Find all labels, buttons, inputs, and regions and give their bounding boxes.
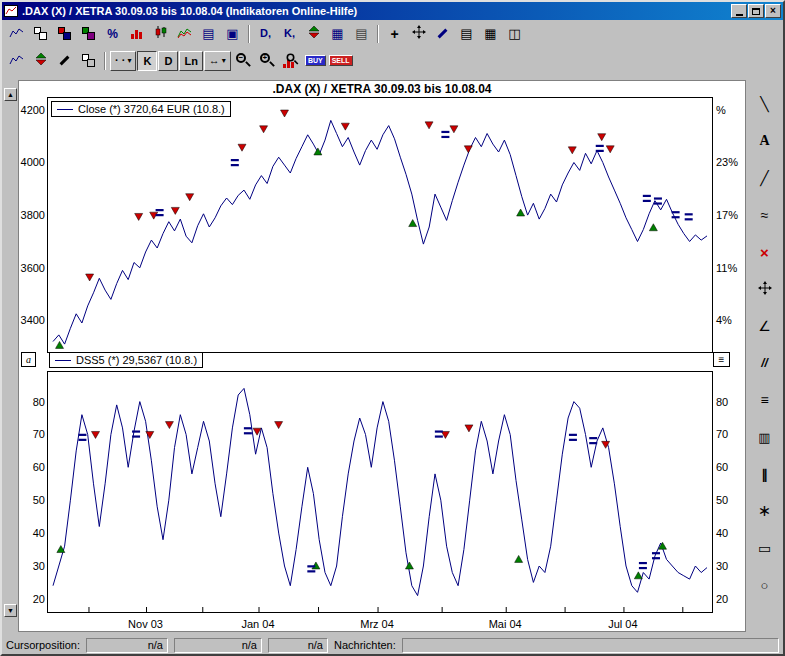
- signal-chart-icon[interactable]: [302, 23, 325, 45]
- y-axis-label: 60: [716, 461, 746, 473]
- candle-period-d-button[interactable]: D: [158, 51, 178, 71]
- y-axis-label: 70: [716, 428, 746, 440]
- line-style-dropdown[interactable]: · ·▾: [110, 51, 136, 71]
- sell-marker: [171, 207, 179, 214]
- candle-period-k-button[interactable]: K: [137, 51, 157, 71]
- zoom-range-button[interactable]: [280, 50, 303, 72]
- cursor-x-field: n/a: [86, 638, 168, 653]
- bar-chart-icon[interactable]: [125, 23, 148, 45]
- indicator-pane[interactable]: [47, 371, 713, 613]
- sell-marker: [281, 110, 289, 117]
- move-icon[interactable]: [407, 23, 430, 45]
- new-chart-icon[interactable]: [5, 23, 28, 45]
- buy-marker: [649, 224, 657, 231]
- scroll-down-button[interactable]: ▼: [4, 604, 17, 617]
- neutral-marker: [589, 437, 597, 439]
- indicator-a-button[interactable]: a: [21, 352, 36, 367]
- page-icon[interactable]: [77, 50, 100, 72]
- angle-tool[interactable]: ∠: [752, 314, 778, 338]
- style-palette-icon[interactable]: [77, 23, 100, 45]
- trendline-tool[interactable]: ╲: [752, 92, 778, 116]
- drawing-toolbar: ╲A╱≈×∠//≡▥∥∗▭○: [746, 80, 783, 636]
- fan-tool[interactable]: //: [752, 351, 778, 375]
- chart-title: .DAX (X) / XETRA 30.09.03 bis 10.08.04: [19, 82, 745, 96]
- move-tool[interactable]: [752, 277, 778, 301]
- text-tool[interactable]: A: [752, 129, 778, 153]
- quote-table-icon[interactable]: ▤: [350, 23, 373, 45]
- period-daily-icon[interactable]: D,: [254, 23, 277, 45]
- ellipse-tool[interactable]: ○: [752, 573, 778, 597]
- neutral-marker: [654, 202, 662, 204]
- neutral-marker: [132, 430, 140, 432]
- neutral-marker: [596, 145, 604, 147]
- left-scroll-strip: ▲ ▼: [2, 80, 18, 636]
- percent-icon-glyph: %: [107, 28, 118, 40]
- angle-tool-glyph: ∠: [758, 319, 771, 333]
- neutral-marker: [441, 131, 449, 133]
- title-bar[interactable]: .DAX (X) / XETRA 30.09.03 bis 10.08.04 (…: [2, 2, 783, 20]
- signal-chart-icon-glyph: [308, 25, 320, 42]
- line-chart-icon[interactable]: [173, 23, 196, 45]
- indicator-grid-icon[interactable]: ▦: [326, 23, 349, 45]
- parallel-tool[interactable]: ∥: [752, 462, 778, 486]
- y-axis-label: 60: [19, 461, 45, 473]
- close-button[interactable]: ×: [765, 4, 781, 18]
- buy-marker: [405, 562, 413, 569]
- wave-tool[interactable]: ≈: [752, 203, 778, 227]
- color-palette-icon-glyph: [58, 27, 71, 40]
- neutral-marker: [685, 218, 693, 220]
- ln-scale-button[interactable]: Ln: [179, 51, 202, 71]
- neutral-marker: [639, 562, 647, 564]
- sell-marker: [568, 147, 576, 154]
- sell-marker: [260, 126, 268, 133]
- crosshair-icon[interactable]: +: [383, 23, 406, 45]
- fibonacci-tool[interactable]: ≡: [752, 388, 778, 412]
- indicator-menu-button[interactable]: ≡: [713, 352, 730, 367]
- small-chart-icon[interactable]: [5, 50, 28, 72]
- neutral-marker: [654, 197, 662, 199]
- rectangle-tool[interactable]: ▭: [752, 536, 778, 560]
- main-area: ▲ ▼ .DAX (X) / XETRA 30.09.03 bis 10.08.…: [2, 74, 783, 636]
- news-field: [402, 638, 779, 653]
- cursor-y-field: n/a: [174, 638, 262, 653]
- indicator-legend-text: DSS5 (*) 29,5367 (10.8.): [76, 354, 197, 366]
- scroll-up-button[interactable]: ▲: [4, 88, 17, 101]
- color-palette-icon[interactable]: [53, 23, 76, 45]
- percent-icon[interactable]: %: [101, 23, 124, 45]
- y-axis-label: 17%: [716, 209, 746, 221]
- maximize-button[interactable]: [748, 4, 764, 18]
- draw-line-icon[interactable]: [431, 23, 454, 45]
- legend-line-swatch: [57, 109, 73, 110]
- zoom-out-button-glyph: −: [236, 53, 251, 68]
- sell-marker: [135, 213, 143, 220]
- notes-icon[interactable]: ▤: [455, 23, 478, 45]
- delete-tool[interactable]: ×: [752, 240, 778, 264]
- hatch-tool[interactable]: ▥: [752, 425, 778, 449]
- sell-marker-button[interactable]: SELL: [328, 50, 354, 72]
- star-lines-tool[interactable]: ∗: [752, 499, 778, 523]
- ray-tool[interactable]: ╱: [752, 166, 778, 190]
- candlestick-icon-glyph: [154, 25, 168, 42]
- copy-icon[interactable]: [29, 23, 52, 45]
- hscroll-dropdown[interactable]: ↔▾: [204, 51, 231, 71]
- save-chart-icon[interactable]: ▣: [221, 23, 244, 45]
- text-view-icon[interactable]: ▤: [197, 23, 220, 45]
- period-weekly-icon[interactable]: K,: [278, 23, 301, 45]
- price-pane[interactable]: [47, 97, 713, 353]
- signals-icon[interactable]: [29, 50, 52, 72]
- edit-pen-icon[interactable]: [53, 50, 76, 72]
- legend-line-swatch: [55, 360, 71, 361]
- buy-marker-button[interactable]: BUY: [304, 50, 327, 72]
- toolbar-separator: [377, 25, 379, 43]
- y-axis-label: 40: [19, 527, 45, 539]
- layout-icon[interactable]: ◫: [503, 23, 526, 45]
- minimize-button[interactable]: [731, 4, 747, 18]
- chart-area[interactable]: .DAX (X) / XETRA 30.09.03 bis 10.08.04 C…: [18, 80, 746, 632]
- grid-icon[interactable]: ▦: [479, 23, 502, 45]
- text-tool-glyph: A: [759, 134, 769, 148]
- zoom-in-button[interactable]: +: [256, 50, 279, 72]
- candlestick-icon[interactable]: [149, 23, 172, 45]
- zoom-out-button[interactable]: −: [232, 50, 255, 72]
- sell-marker: [146, 431, 154, 438]
- cursor-value-field: n/a: [268, 638, 328, 653]
